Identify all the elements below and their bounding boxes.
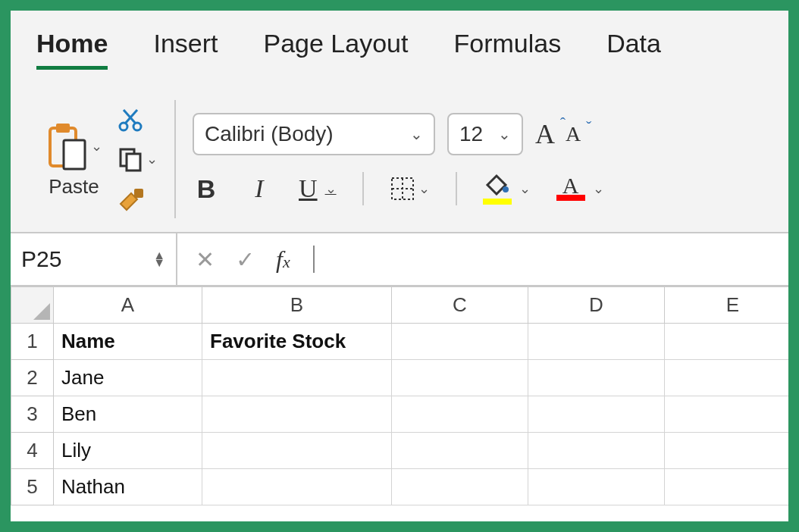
cell-D3[interactable] [528,396,665,433]
cell-A2[interactable]: Jane [54,360,202,396]
svg-rect-1 [56,124,70,133]
tab-home[interactable]: Home [36,29,108,70]
cell-A3[interactable]: Ben [54,396,202,433]
chevron-down-icon: ⌄ [410,125,423,143]
cell-C4[interactable] [392,433,528,469]
cell-C5[interactable] [392,469,528,505]
formula-input[interactable] [315,233,788,285]
svg-point-13 [503,186,509,192]
col-header-D[interactable]: D [528,287,665,324]
ribbon-tabs: Home Insert Page Layout Formulas Data [11,11,788,82]
tab-data[interactable]: Data [606,29,661,66]
paste-label: Paste [49,175,99,199]
app-window: Home Insert Page Layout Formulas Data ⌄ … [0,0,799,532]
col-header-A[interactable]: A [54,287,202,324]
separator [362,172,364,205]
cell-E3[interactable] [665,396,800,433]
copy-button[interactable]: ⌄ [118,146,158,172]
cell-C3[interactable] [392,396,528,433]
col-header-B[interactable]: B [202,287,392,324]
font-group: Calibri (Body) ⌄ 12 ⌄ A A B I U ⌄ [183,86,613,232]
cell-A4[interactable]: Lily [54,433,202,469]
cell-B3[interactable] [202,396,392,433]
row-header-1[interactable]: 1 [11,324,54,360]
ribbon-toolbar: ⌄ Paste ⌄ [11,82,788,233]
formula-bar-row: P25 ▲ ▼ ✕ ✓ fx [11,233,788,286]
font-color-dropdown[interactable]: ⌄ [593,180,604,197]
cell-E4[interactable] [665,433,800,469]
paint-bucket-icon [483,173,512,205]
triangle-down-icon: ▼ [153,259,165,267]
tab-formulas[interactable]: Formulas [453,29,561,66]
cell-E5[interactable] [665,469,800,505]
grid[interactable]: A B C D E 1 Name Favorite Stock 2 Jane [11,286,799,505]
enter-button[interactable]: ✓ [236,246,255,273]
underline-dropdown[interactable]: ⌄ [325,180,337,197]
scissors-icon [118,107,143,133]
name-box-value: P25 [21,246,61,272]
tab-insert[interactable]: Insert [153,29,218,66]
row-header-4[interactable]: 4 [11,433,54,469]
cell-D5[interactable] [528,469,665,505]
bold-button[interactable]: B [193,174,220,204]
cell-B1[interactable]: Favorite Stock [202,324,392,360]
cell-D4[interactable] [528,433,665,469]
cut-button[interactable] [118,107,158,133]
font-size-combo[interactable]: 12 ⌄ [447,113,523,155]
worksheet: A B C D E 1 Name Favorite Stock 2 Jane [11,286,788,505]
separator [174,100,176,218]
cancel-button[interactable]: ✕ [196,246,215,273]
cell-C1[interactable] [392,324,528,360]
increase-font-size-button[interactable]: A [535,118,553,150]
cell-B4[interactable] [202,433,392,469]
tab-page-layout[interactable]: Page Layout [264,29,409,66]
font-color-icon: A [556,177,585,201]
cell-A5[interactable]: Nathan [54,469,202,505]
clipboard-icon [45,120,89,172]
col-header-C[interactable]: C [392,287,528,324]
clipboard-tools: ⌄ [111,86,167,232]
paste-button[interactable] [45,120,89,172]
cell-E2[interactable] [665,360,800,396]
paste-group: ⌄ Paste [36,86,111,232]
cell-D2[interactable] [528,360,665,396]
borders-dropdown[interactable]: ⌄ [418,180,430,197]
italic-button[interactable]: I [246,174,273,203]
cell-D1[interactable] [528,324,665,360]
paste-dropdown[interactable]: ⌄ [91,138,102,155]
select-all-corner[interactable] [11,287,54,324]
paintbrush-icon [118,186,146,211]
insert-function-button[interactable]: fx [276,246,290,274]
font-name-combo[interactable]: Calibri (Body) ⌄ [193,113,435,155]
formula-bar-buttons: ✕ ✓ fx [177,233,309,285]
separator [456,172,457,205]
chevron-down-icon: ⌄ [498,125,511,143]
cell-A1[interactable]: Name [54,324,202,360]
cell-B5[interactable] [202,469,392,505]
fill-color-dropdown[interactable]: ⌄ [519,180,531,197]
row-header-2[interactable]: 2 [11,360,54,396]
name-box[interactable]: P25 ▲ ▼ [11,233,177,285]
svg-rect-9 [134,189,143,198]
row-header-5[interactable]: 5 [11,469,54,505]
cell-B2[interactable] [202,360,392,396]
cell-C2[interactable] [392,360,528,396]
cell-E1[interactable] [665,324,800,360]
decrease-font-size-button[interactable]: A [566,122,579,146]
copy-icon [118,146,143,172]
font-size-value: 12 [459,122,483,146]
underline-button[interactable]: U ⌄ [299,174,337,203]
row-header-3[interactable]: 3 [11,396,54,433]
format-painter-button[interactable] [118,186,158,211]
name-box-stepper[interactable]: ▲ ▼ [153,252,165,267]
fill-color-button[interactable]: ⌄ [483,173,531,205]
font-name-value: Calibri (Body) [205,122,334,146]
borders-button[interactable]: ⌄ [390,176,430,202]
col-header-E[interactable]: E [665,287,800,324]
svg-rect-8 [127,154,140,171]
copy-dropdown[interactable]: ⌄ [146,151,158,167]
font-color-button[interactable]: A ⌄ [556,177,604,201]
borders-icon [390,176,415,202]
svg-rect-2 [64,140,85,169]
